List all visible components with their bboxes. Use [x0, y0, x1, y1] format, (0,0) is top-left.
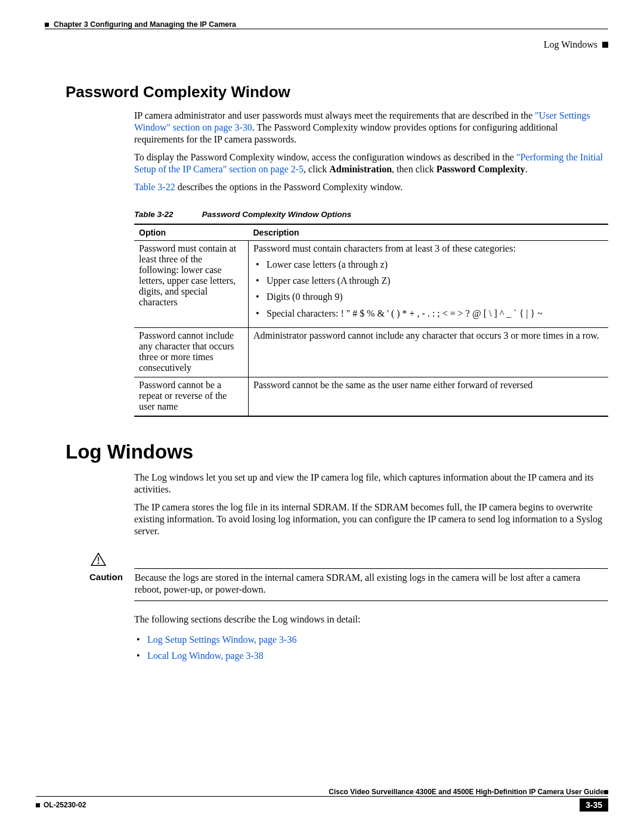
list-item: Upper case letters (A through Z) — [253, 272, 603, 289]
list-item: Special characters: ! " # $ % & ' ( ) * … — [253, 305, 603, 321]
desc-cell: Administrator password cannot include an… — [249, 327, 609, 377]
page-number: 3-35 — [580, 798, 608, 812]
header-square-icon-right — [602, 42, 608, 48]
log-heading: Log Windows — [66, 441, 608, 463]
opt-cell: Password must contain at least three of … — [134, 241, 249, 328]
footer-square-icon-left — [36, 803, 40, 807]
pwc-heading: Password Complexity Window — [66, 83, 608, 101]
footer-square-icon — [604, 790, 608, 794]
desc-cell: Password must contain characters from at… — [249, 241, 609, 328]
list-item: Log Setup Settings Window, page 3-36 — [134, 631, 608, 648]
table-row: Password must contain at least three of … — [134, 241, 608, 328]
opt-cell: Password cannot include any character th… — [134, 327, 249, 377]
th-option: Option — [134, 224, 249, 241]
pwc-para-2: To display the Password Complexity windo… — [134, 151, 608, 175]
caution-label: Caution — [66, 572, 123, 582]
log-setup-link[interactable]: Log Setup Settings Window, page 3-36 — [147, 634, 296, 645]
table-row: Password cannot include any character th… — [134, 327, 608, 377]
log-para-3: The following sections describe the Log … — [134, 614, 608, 625]
caution-text: Because the logs are stored in the inter… — [135, 572, 608, 596]
pwc-options-table: Option Description Password must contain… — [134, 224, 608, 417]
footer-book-title: Cisco Video Surveillance 4300E and 4500E… — [36, 788, 604, 796]
log-para-2: The IP camera stores the log file in its… — [134, 501, 608, 537]
pwc-para-3: Table 3-22 describes the options in the … — [134, 181, 608, 193]
local-log-link[interactable]: Local Log Window, page 3-38 — [147, 651, 264, 661]
th-description: Description — [249, 224, 609, 241]
list-item: Digits (0 through 9) — [253, 289, 603, 305]
footer: Cisco Video Surveillance 4300E and 4500E… — [36, 786, 608, 812]
desc-cell: Password cannot be the same as the user … — [249, 377, 609, 416]
list-item: Local Log Window, page 3-38 — [134, 648, 608, 664]
table-3-22-link[interactable]: Table 3-22 — [134, 182, 175, 192]
log-para-1: The Log windows let you set up and view … — [134, 472, 608, 496]
header-section: Log Windows — [544, 39, 597, 50]
caution-icon — [89, 553, 107, 568]
header-rule: Chapter 3 Configuring and Managing the I… — [45, 20, 608, 50]
list-item: Lower case letters (a through z) — [253, 256, 603, 272]
header-square-icon — [45, 23, 49, 27]
caution-block: Caution Because the logs are stored in t… — [66, 553, 608, 602]
pwc-para-1: IP camera administrator and user passwor… — [134, 110, 608, 145]
table-row: Password cannot be a repeat or reverse o… — [134, 377, 608, 416]
svg-point-2 — [98, 562, 100, 564]
table-caption: Table 3-22 Password Complexity Window Op… — [134, 210, 608, 219]
opt-cell: Password cannot be a repeat or reverse o… — [134, 377, 249, 416]
header-chapter: Chapter 3 Configuring and Managing the I… — [54, 20, 236, 29]
footer-doc-id: OL-25230-02 — [44, 801, 86, 809]
